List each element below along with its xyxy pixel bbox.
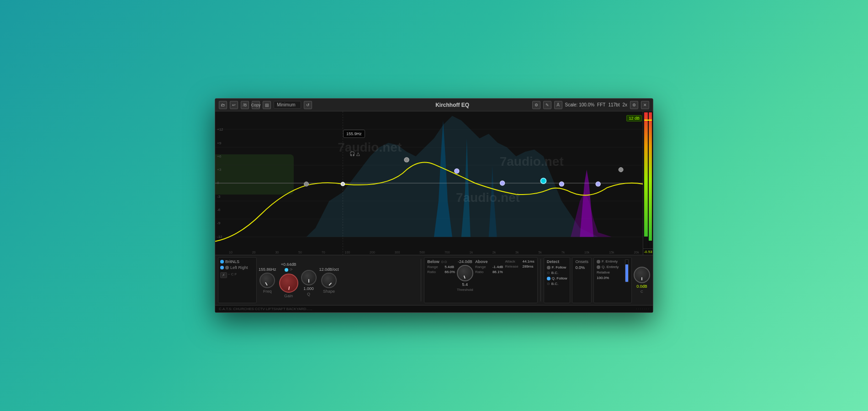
output-value: 0.0dB: [636, 284, 647, 289]
gear-btn[interactable]: ⚙: [630, 101, 638, 109]
band-power-dot[interactable]: [220, 260, 224, 263]
relative-row: Relative: [597, 270, 622, 274]
onsets-title: Onsets: [575, 259, 588, 264]
svg-point-11: [540, 178, 546, 184]
divider-1: [421, 259, 421, 301]
vu-bar-l: [644, 112, 648, 248]
threshold-label: Threshold: [457, 288, 473, 292]
detect-release-row: Q. Follow: [547, 276, 567, 280]
q-bc-label: B.C.: [551, 282, 559, 286]
gain-knob-group: +0.64dB ⟳ Gain: [279, 262, 298, 298]
close-btn[interactable]: ✕: [641, 101, 649, 109]
a-btn[interactable]: A: [554, 101, 562, 109]
shape-label: Shape: [323, 289, 335, 294]
q-label: Q: [307, 292, 310, 296]
output-knob-indicator: [641, 277, 642, 280]
threshold-value: -24.0dB: [458, 259, 472, 264]
vu-db-value: -0.53: [643, 248, 653, 255]
settings2-btn[interactable]: ⚙: [532, 101, 540, 109]
freq-bar: C.A.T.S: CHURCHES CCTV LIFTSHAFT BACKYAR…: [215, 305, 653, 312]
mode-x-btn[interactable]: ✗: [220, 272, 227, 278]
attack-row: Attack 44.1ms: [505, 259, 534, 263]
undo-btn[interactable]: ↩: [230, 101, 238, 109]
release-value: 289ms: [522, 264, 533, 269]
above-range-label: Range: [475, 265, 491, 269]
vu-meter: -0.53: [643, 111, 653, 255]
edit-btn[interactable]: ✎: [543, 101, 551, 109]
attack-value: 44.1ms: [522, 259, 534, 263]
f-entirely-row: F. Entirely: [597, 259, 622, 263]
vu-bar-container: [643, 111, 653, 248]
attack-label: Attack: [505, 259, 521, 263]
svg-point-13: [596, 182, 600, 186]
output-knob[interactable]: [634, 267, 650, 283]
detect-q-bc-row: ⊙ B.C.: [547, 282, 567, 286]
divider-2: [540, 259, 541, 301]
release-label: Release: [505, 264, 521, 269]
vu-mask-r: [649, 241, 652, 248]
svg-point-8: [304, 182, 309, 186]
lr-dot2: [225, 266, 229, 269]
svg-point-14: [619, 168, 623, 172]
gain-knob-indicator: [288, 286, 290, 290]
vu-bar-r: [649, 112, 652, 248]
below-range-label: Range: [427, 265, 443, 269]
above-label: Above: [475, 259, 503, 264]
above-ratio-row: Ratio 86.1%: [475, 270, 503, 274]
preset-display[interactable]: Minimum: [274, 101, 301, 109]
eq-display[interactable]: 🎧 △ 155.9Hz 12 dB 7audio.net 7audio.net …: [215, 111, 653, 255]
detect-bc-label: B.C.: [551, 271, 559, 275]
ab-btn[interactable]: /B: [241, 101, 249, 109]
output-knob-wrap: 0.0dB C: [634, 257, 650, 303]
q-entirely-dot[interactable]: [597, 265, 600, 269]
above-range-value: -1.4dB: [492, 265, 503, 269]
onsets-value: 0.0%: [575, 265, 588, 270]
f-entirely-dot[interactable]: [597, 260, 600, 263]
release-row: Release 289ms: [505, 264, 534, 269]
freq-knob[interactable]: [259, 273, 275, 288]
f-follow-label: F. Follow: [552, 265, 566, 269]
plugin-title: Kirchhoff EQ: [376, 102, 529, 108]
vu-mask-l: [644, 237, 648, 248]
detect-section: Detect F. Follow ⊙ B.C. Q. Follow ⊙ B.C.: [544, 257, 571, 303]
shape-value: 12.0dB/oct: [319, 267, 339, 272]
output-channel-label: C: [640, 290, 643, 294]
relative-label: Relative: [597, 270, 610, 274]
gain-value: +0.64dB: [281, 262, 296, 267]
freq-label: Freq: [263, 289, 272, 294]
copy-btn[interactable]: Copy: [252, 101, 260, 109]
knob-controls-area: 155.86Hz Freq +0.64dB ⟳ Gain: [259, 257, 418, 303]
oversample-label[interactable]: 2x: [622, 102, 627, 107]
q-entirely-row: Q. Entirely: [597, 265, 622, 269]
q-value: 1.000: [303, 286, 314, 291]
controls-section: BritNLS Left Right ✗ − C F 155.86Hz: [215, 255, 653, 305]
detect-bc-row: ⊙ B.C.: [547, 271, 567, 275]
q-follow-label: Q. Follow: [552, 276, 567, 280]
shape-knob[interactable]: [321, 273, 337, 288]
q-knob[interactable]: [301, 270, 317, 285]
relative-value: 100.0%: [597, 276, 622, 280]
peak-badge: 12 dB: [626, 115, 642, 121]
gain-knob[interactable]: [279, 274, 298, 293]
detect-f-follow-row: F. Follow: [547, 265, 567, 269]
above-col: Above Range -1.4dB Ratio 86.1%: [475, 259, 503, 301]
refresh-btn[interactable]: ↺: [304, 101, 312, 109]
lr-dot: [220, 266, 224, 269]
settings-btn[interactable]: ▤: [263, 101, 271, 109]
freq-value: 155.86Hz: [259, 267, 276, 272]
band-name-display: BritNLS: [225, 259, 239, 264]
f-follow-dot[interactable]: [547, 266, 550, 269]
shape-knob-indicator: [328, 282, 332, 285]
folder-btn[interactable]: 🗁: [219, 101, 227, 109]
relative-section: F. Entirely Q. Entirely Relative 100.0%: [593, 257, 632, 303]
band-channel-row: Left Right: [220, 265, 254, 270]
below-range-row: Range 5.4dB: [427, 265, 455, 269]
band-selector: BritNLS Left Right ✗ − C F: [218, 257, 257, 303]
scale-label: Scale: 100.0%: [565, 102, 595, 107]
below-ratio-label: Ratio: [427, 270, 443, 274]
gain-active-row: ⟳: [285, 268, 293, 272]
above-range-row: Range -1.4dB: [475, 265, 503, 269]
below-col: Below ⊙⊙ Range 5.4dB Ratio 66.0%: [427, 259, 455, 301]
q-follow-dot[interactable]: [547, 277, 550, 280]
threshold-knob[interactable]: [457, 265, 473, 281]
